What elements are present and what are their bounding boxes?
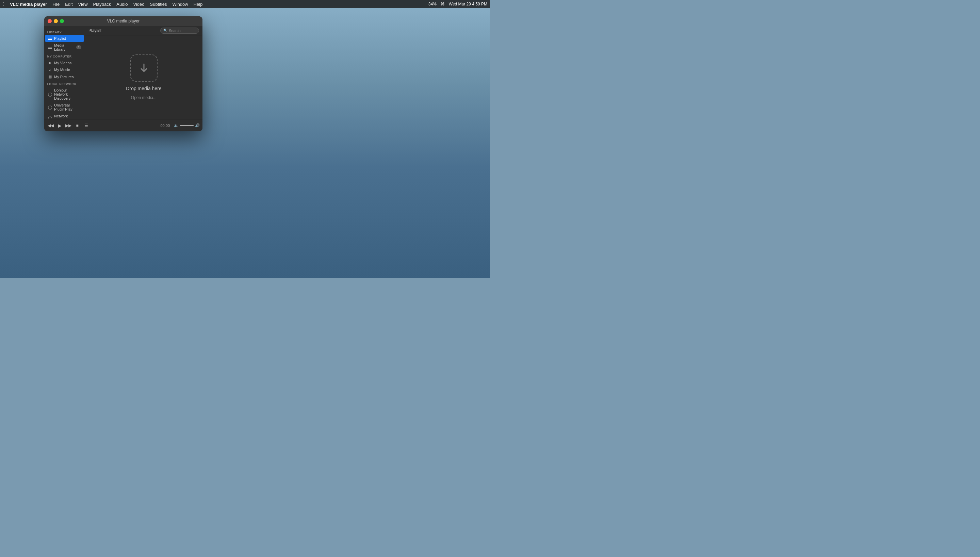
sidebar-item-label: My Music xyxy=(54,68,70,72)
sidebar-item-my-videos[interactable]: ▶ My Videos xyxy=(45,59,84,66)
menu-edit[interactable]: Edit xyxy=(65,2,72,7)
stop-button[interactable]: ■ xyxy=(73,122,81,129)
menu-video[interactable]: Video xyxy=(133,2,145,7)
media-library-icon: ▬ xyxy=(48,45,52,49)
sidebar-item-label: Bonjour Network Discovery xyxy=(54,88,81,100)
sidebar-item-label: Network streams (SAP) xyxy=(54,114,81,119)
sidebar-item-sap[interactable]: ◯ Network streams (SAP) xyxy=(45,112,84,119)
menubar-left:  VLC media player File Edit View Playba… xyxy=(3,2,428,7)
sidebar-item-bonjour[interactable]: ◯ Bonjour Network Discovery xyxy=(45,87,84,102)
section-label-localnetwork: LOCAL NETWORK xyxy=(44,80,85,87)
bottom-controls: ◀◀ ▶ ▶▶ ■ ☰ 00:00 🔈 🔊 xyxy=(44,119,202,131)
my-pictures-icon: ▩ xyxy=(48,75,52,79)
forward-button[interactable]: ▶▶ xyxy=(65,122,72,129)
rewind-button[interactable]: ◀◀ xyxy=(47,122,54,129)
menu-subtitles[interactable]: Subtitles xyxy=(150,2,167,7)
upnp-icon: ◯ xyxy=(48,105,52,109)
sidebar-item-my-pictures[interactable]: ▩ My Pictures xyxy=(45,73,84,80)
vlc-window: VLC media player LIBRARY ▬ Playlist ▬ Me… xyxy=(44,16,202,131)
playlist-icon: ▬ xyxy=(48,36,52,41)
my-music-icon: ♫ xyxy=(48,68,52,72)
volume-slider[interactable] xyxy=(180,125,194,126)
sidebar-item-playlist[interactable]: ▬ Playlist xyxy=(45,35,84,42)
menubar:  VLC media player File Edit View Playba… xyxy=(0,0,490,8)
sidebar-item-upnp[interactable]: ◯ Universal Plug'n'Play xyxy=(45,102,84,112)
volume-max-icon: 🔊 xyxy=(195,123,200,128)
bonjour-icon: ◯ xyxy=(48,92,52,97)
sap-icon: ◯ xyxy=(48,116,52,119)
sidebar-item-media-library[interactable]: ▬ Media Library 1 xyxy=(45,42,84,53)
menu-audio[interactable]: Audio xyxy=(116,2,128,7)
minimize-button[interactable] xyxy=(54,19,58,23)
maximize-button[interactable] xyxy=(60,19,64,23)
section-label-mycomputer: MY COMPUTER xyxy=(44,53,85,59)
main-panel: Playlist 🔍 Drop media here Open media... xyxy=(85,26,202,119)
sidebar-item-label: My Pictures xyxy=(54,75,73,79)
panel-title: Playlist xyxy=(88,28,101,33)
my-videos-icon: ▶ xyxy=(48,60,52,65)
menubar-right: 34% ⌘ Wed Mar 29 4:59 PM xyxy=(428,2,487,7)
apple-menu[interactable]:  xyxy=(3,2,5,7)
wifi-icon: ⌘ xyxy=(441,2,445,7)
sidebar-item-my-music[interactable]: ♫ My Music xyxy=(45,66,84,73)
close-button[interactable] xyxy=(48,19,52,23)
sidebar-item-label: Universal Plug'n'Play xyxy=(54,103,81,111)
menu-file[interactable]: File xyxy=(52,2,60,7)
window-title: VLC media player xyxy=(107,19,140,23)
vlc-body: LIBRARY ▬ Playlist ▬ Media Library 1 MY … xyxy=(44,26,202,119)
time-display: 00:00 xyxy=(160,124,170,128)
volume-fill xyxy=(180,125,194,126)
drop-text: Drop media here xyxy=(126,86,161,91)
playlist-button[interactable]: ☰ xyxy=(82,122,90,129)
titlebar: VLC media player xyxy=(44,16,202,26)
battery-indicator: 34% xyxy=(428,2,436,7)
search-icon: 🔍 xyxy=(163,29,168,32)
open-media-button[interactable]: Open media... xyxy=(131,95,156,100)
volume-controls: 🔈 🔊 xyxy=(174,123,200,128)
menu-playback[interactable]: Playback xyxy=(93,2,111,7)
app-name: VLC media player xyxy=(10,2,47,7)
drop-icon-container xyxy=(130,54,158,81)
drop-arrow-icon xyxy=(137,61,151,75)
drop-zone: Drop media here Open media... xyxy=(85,36,202,119)
volume-icon: 🔈 xyxy=(174,123,179,128)
section-label-library: LIBRARY xyxy=(44,29,85,35)
main-header: Playlist 🔍 xyxy=(85,26,202,36)
search-input[interactable] xyxy=(169,29,196,33)
datetime: Wed Mar 29 4:59 PM xyxy=(449,2,487,7)
sidebar-item-label: Media Library xyxy=(54,43,75,51)
menu-window[interactable]: Window xyxy=(172,2,188,7)
menu-view[interactable]: View xyxy=(78,2,88,7)
media-library-badge: 1 xyxy=(76,45,81,49)
sidebar: LIBRARY ▬ Playlist ▬ Media Library 1 MY … xyxy=(44,26,85,119)
sidebar-item-label: Playlist xyxy=(54,36,66,41)
sidebar-item-label: My Videos xyxy=(54,61,72,65)
search-box: 🔍 xyxy=(160,28,199,34)
play-button[interactable]: ▶ xyxy=(56,122,63,129)
window-controls xyxy=(44,19,64,23)
menu-help[interactable]: Help xyxy=(194,2,203,7)
